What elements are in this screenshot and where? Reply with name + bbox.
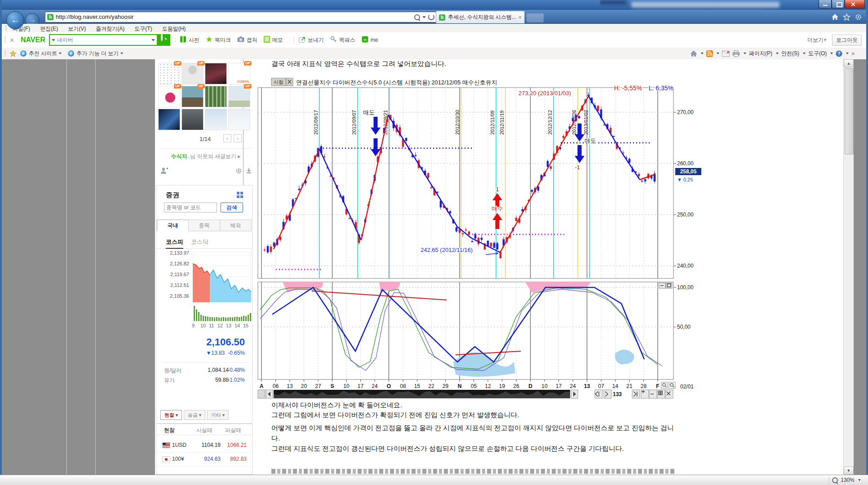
naver-tool-me[interactable]: mme [362,36,378,44]
suggested-sites-link[interactable]: 추천 사이트 [29,50,57,57]
address-bar[interactable]: b http://blog.naver.com/yahoosir [45,12,437,22]
svg-text:50,00: 50,00 [677,324,691,330]
window-close-button[interactable] [845,0,865,9]
naver-tool-보내기[interactable]: 보내기 [299,36,324,44]
cash-tab-기타[interactable]: 기타 ▾ [207,410,229,420]
neighbor-thumbnail[interactable] [205,63,227,84]
svg-text:17: 17 [556,383,562,389]
naver-search-input[interactable] [55,37,151,43]
back-button[interactable]: ← [6,11,24,29]
menu-보기(V)[interactable]: 보기(V) [68,26,86,32]
securities-tab-국내[interactable]: 국내 [157,220,189,231]
subtab-kospi[interactable]: 코스피 [166,238,183,249]
scroll-down-button[interactable]: ▼ [844,467,854,475]
kospi-y-label: 2,105.36 [160,293,189,299]
menu-즐겨찾기(A)[interactable]: 즐겨찾기(A) [96,26,124,32]
refresh-icon[interactable] [428,14,434,20]
neighbor-thumbnail[interactable] [228,109,250,130]
page-scrollbar[interactable]: ▲ ▼ [843,59,854,475]
svg-text:연결선물지수 다이버전스수식5.0 (시스템 시험적용) 2: 연결선물지수 다이버전스수식5.0 (시스템 시험적용) 2012/12/05 … [296,79,497,86]
svg-text:?: ? [838,51,841,56]
safety-menu[interactable]: 안전(S) [781,50,799,57]
chevron-more-icon[interactable]: » [851,50,855,57]
naver-tool-사전[interactable]: 사전 [180,36,199,44]
neighbor-thumbnail[interactable]: COMONUP [228,63,250,84]
widget-grid-icon[interactable] [237,192,243,200]
naver-tool-북마크[interactable]: 북마크 [206,36,231,44]
tools-menu[interactable]: 도구(O) [808,50,827,57]
neighbor-thumbnail[interactable]: UP [182,63,204,84]
neighbor-thumbnail[interactable] [205,109,227,130]
securities-tab-종목[interactable]: 종목 [188,220,220,231]
search-icon[interactable] [414,14,420,20]
stock-search-input[interactable] [164,203,217,212]
svg-text:D: D [528,383,532,389]
up-badge: UP [244,61,252,66]
favorites-star-icon[interactable] [843,13,850,21]
window-minimize-button[interactable] [819,0,832,9]
add-favorite-star-icon[interactable] [9,50,17,57]
zoom-control[interactable]: 130% [829,476,861,484]
svg-text:N: N [458,383,462,389]
url-dropdown-icon[interactable] [422,16,426,18]
flag-us-icon [162,442,170,448]
svg-text:F: F [656,383,659,389]
new-tab-button[interactable] [527,13,544,22]
tab-close-icon[interactable]: × [518,14,522,21]
scroll-up-button[interactable]: ▲ [844,59,854,67]
page-viewport: UPUPCOMONUPUPUPUP 1/14 ‹ › 수식지..님 이웃의 새글… [2,59,866,475]
home-icon[interactable] [831,13,839,21]
neighbor-new-posts-link[interactable]: 수식지..님 이웃의 새글보기 ▸ [160,153,252,160]
add-neighbor-icon[interactable] [160,167,169,176]
naver-search-box[interactable] [49,34,158,46]
capture-icon [237,36,244,44]
neighbor-thumbnail[interactable] [182,109,204,130]
window-maximize-button[interactable] [832,0,845,9]
menu-도움말(H)[interactable]: 도움말(H) [162,26,186,32]
menu-도구(T)[interactable]: 도구(T) [134,26,152,32]
fx-table-row: 1USD1104.191066.21 [157,439,252,453]
toolbar-close-icon[interactable]: ✕ [9,37,14,44]
fx-table-header: 현찰 사실때 파실때 [157,423,252,435]
widget-download-icon[interactable] [246,168,252,176]
up-badge: UP [174,61,182,66]
naver-search-button[interactable] [158,34,170,46]
neighbor-thumbnail[interactable]: UP [158,86,180,107]
more-addons-link[interactable]: 추가 기능 더 보기 [76,50,119,57]
neighbor-thumbnail[interactable] [158,109,180,130]
rss-icon[interactable] [706,50,713,57]
securities-tab-해외[interactable]: 해외 [220,220,252,231]
page-menu[interactable]: 페이지(P) [749,50,772,57]
mail-icon[interactable] [722,51,730,57]
logout-button[interactable]: 로그아웃 [832,35,862,46]
neighbor-thumbnail[interactable]: UP [182,86,204,107]
pager-next-button[interactable]: › [234,134,242,142]
stock-search-button[interactable]: 검색 [221,203,243,212]
buy-rate: 1104.19 [191,442,221,448]
naver-logo[interactable]: NAVER [21,36,45,44]
print-icon[interactable] [732,50,740,57]
naver-tool-캡처[interactable]: 캡처 [237,36,257,44]
widget-settings-gear-icon[interactable] [235,168,242,176]
svg-text:07: 07 [598,383,604,389]
home-icon[interactable] [690,50,697,57]
help-icon[interactable]: ? [836,50,842,57]
settings-gear-icon[interactable] [855,13,862,21]
pager-prev-button[interactable]: ‹ [223,134,231,142]
cash-tab-송금[interactable]: 송금 ▾ [184,410,205,420]
neighbor-thumbnail[interactable]: UP [228,86,250,107]
naver-tool-메모[interactable]: 메모 [264,36,283,44]
menu-편집(E)[interactable]: 편집(E) [40,26,58,32]
neighbor-thumbnail[interactable]: UP [158,63,180,84]
svg-text:270,00: 270,00 [677,109,694,115]
scrollbar-thumb[interactable] [845,68,854,154]
browser-tab[interactable]: b 추세선, 수식지왕의 시스템... × [436,11,525,23]
naver-tool-퀵패스[interactable]: 퀵패스 [330,36,355,44]
svg-text:2012/12/12: 2012/12/12 [547,110,553,135]
svg-text:24: 24 [570,383,576,389]
naver-more-link[interactable]: 더보기+ [807,36,827,44]
cash-tab-현찰[interactable]: 현찰 ▾ [160,410,182,420]
neighbor-thumbnail[interactable] [205,86,227,107]
subtab-kosdaq[interactable]: 코스닥 [191,238,208,246]
menu-bar: 파일(F)편집(E)보기(V)즐겨찾기(A)도구(T)도움말(H) [0,24,868,33]
